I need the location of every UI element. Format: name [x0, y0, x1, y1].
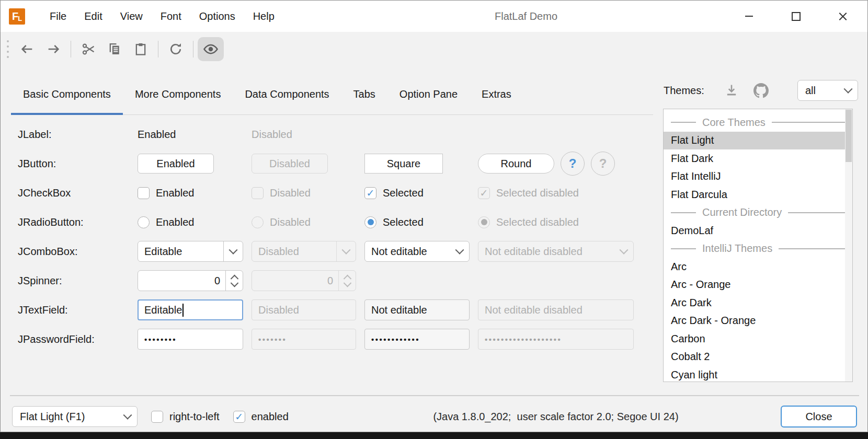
- theme-item-arc-dark[interactable]: Arc Dark: [664, 294, 852, 312]
- minimize-button[interactable]: [725, 1, 772, 32]
- window-controls: [725, 1, 866, 32]
- laf-combobox[interactable]: Flat Light (F1): [12, 406, 138, 427]
- label-disabled: Disabled: [252, 129, 292, 141]
- maximize-button[interactable]: [772, 1, 819, 32]
- cut-button[interactable]: [75, 37, 101, 61]
- back-button[interactable]: [14, 37, 40, 61]
- tab-extras[interactable]: Extras: [470, 74, 523, 114]
- tab-basic-components[interactable]: Basic Components: [11, 74, 123, 114]
- refresh-button[interactable]: [163, 37, 189, 61]
- checkbox-icon: [138, 187, 150, 199]
- check-icon: ✓: [235, 412, 243, 422]
- passwordfield-disabled: •••••••: [252, 329, 356, 350]
- combobox-arrow-button[interactable]: [118, 407, 137, 426]
- passwordfield-editable[interactable]: ••••••••: [138, 329, 243, 350]
- textfield-value: Not editable: [371, 304, 427, 316]
- tab-data-components[interactable]: Data Components: [233, 74, 341, 114]
- github-button[interactable]: [753, 83, 769, 98]
- theme-item-flat-intellij[interactable]: Flat IntelliJ: [664, 168, 852, 186]
- laf-combobox-value: Flat Light (F1): [20, 411, 85, 423]
- download-themes-button[interactable]: [724, 83, 739, 98]
- theme-item-flat-light[interactable]: Flat Light: [664, 132, 852, 150]
- checkbox-selected[interactable]: ✓ Selected: [364, 187, 470, 199]
- checkbox-enabled[interactable]: Enabled: [138, 187, 243, 199]
- theme-item-arc-orange[interactable]: Arc - Orange: [664, 276, 852, 294]
- eye-icon: [203, 41, 219, 57]
- combobox-not-editable[interactable]: Not editable: [364, 241, 470, 262]
- app-window: F L File Edit View Font Options Help Fla…: [0, 0, 868, 432]
- combobox-arrow-button[interactable]: [839, 80, 858, 100]
- checkbox-icon: [151, 411, 163, 423]
- copy-icon: [107, 42, 122, 56]
- menu-options[interactable]: Options: [190, 1, 244, 32]
- themes-filter-combobox[interactable]: all: [797, 80, 858, 101]
- theme-item-arc[interactable]: Arc: [664, 258, 852, 276]
- jtextfield-row-label: JTextField:: [18, 304, 138, 316]
- jbutton-row-label: JButton:: [18, 158, 138, 170]
- close-button[interactable]: Close: [781, 406, 857, 428]
- square-button[interactable]: Square: [364, 154, 443, 174]
- jtextfield-row: JTextField: Editable Disabled Not editab…: [18, 295, 642, 325]
- app-logo-icon: F L: [9, 8, 25, 25]
- radio-disabled: Disabled: [252, 216, 356, 228]
- themes-scrollbar[interactable]: [845, 109, 852, 382]
- disabled-button: Disabled: [252, 154, 328, 174]
- theme-item-flat-darcula[interactable]: Flat Darcula: [664, 186, 852, 204]
- spinner-buttons[interactable]: [225, 271, 243, 291]
- maximize-icon: [792, 12, 801, 21]
- theme-item-flat-dark[interactable]: Flat Dark: [664, 149, 852, 168]
- textfield-editable[interactable]: Editable: [138, 299, 243, 320]
- menu-font[interactable]: Font: [152, 1, 190, 32]
- theme-item-cyan-light[interactable]: Cyan light: [664, 366, 852, 382]
- menu-view[interactable]: View: [111, 1, 152, 32]
- chevron-down-icon: [123, 411, 132, 420]
- show-hide-toggle-button[interactable]: [198, 37, 224, 61]
- checkbox-checked-icon: ✓: [478, 187, 490, 199]
- theme-item-cobalt-2[interactable]: Cobalt 2: [664, 348, 852, 366]
- download-icon: [724, 83, 739, 98]
- list-separator-current-directory: Current Directory: [664, 204, 852, 222]
- tab-tabs[interactable]: Tabs: [341, 74, 387, 114]
- scrollbar-thumb[interactable]: [846, 110, 852, 162]
- status-text: (Java 1.8.0_202; user scale factor 2.0; …: [394, 411, 718, 423]
- chevron-down-icon: [844, 85, 853, 94]
- menu-edit[interactable]: Edit: [75, 1, 111, 32]
- menu-file[interactable]: File: [41, 1, 75, 32]
- spinner-value[interactable]: 0: [138, 271, 225, 291]
- theme-item-arc-dark-orange[interactable]: Arc Dark - Orange: [664, 312, 852, 330]
- chevron-down-icon: [229, 246, 238, 255]
- enabled-checkbox[interactable]: ✓ enabled: [233, 411, 289, 423]
- forward-button[interactable]: [40, 37, 66, 61]
- radio-enabled[interactable]: Enabled: [138, 216, 243, 228]
- enabled-button[interactable]: Enabled: [138, 154, 214, 174]
- right-to-left-checkbox[interactable]: right-to-left: [151, 411, 220, 423]
- tab-more-components[interactable]: More Components: [123, 74, 233, 114]
- theme-item-demolaf[interactable]: DemoLaf: [664, 222, 852, 240]
- toolbar-separator: [158, 41, 158, 57]
- tab-bar: Basic Components More Components Data Co…: [11, 74, 653, 115]
- combobox-value: Editable: [144, 246, 182, 258]
- spinner-enabled[interactable]: 0: [138, 270, 243, 291]
- radio-selected[interactable]: Selected: [364, 216, 470, 228]
- menu-help[interactable]: Help: [244, 1, 283, 32]
- copy-button[interactable]: [101, 37, 128, 61]
- combobox-arrow-button[interactable]: [223, 241, 243, 261]
- passwordfield-not-editable[interactable]: ••••••••••••: [364, 329, 470, 350]
- help-button[interactable]: ?: [561, 152, 585, 176]
- textfield-value: Editable: [144, 304, 182, 316]
- tab-option-pane[interactable]: Option Pane: [387, 74, 470, 114]
- combobox-editable[interactable]: Editable: [138, 241, 243, 262]
- theme-item-carbon[interactable]: Carbon: [664, 330, 852, 348]
- round-button[interactable]: Round: [478, 154, 554, 174]
- close-icon: [839, 12, 847, 20]
- paste-button[interactable]: [128, 37, 154, 61]
- jcheckbox-row-label: JCheckBox: [18, 187, 138, 199]
- combobox-arrow-button[interactable]: [450, 241, 469, 261]
- close-window-button[interactable]: [819, 1, 866, 32]
- jpasswordfield-row-label: JPasswordField:: [18, 333, 138, 345]
- forward-arrow-icon: [46, 42, 61, 56]
- radio-label: Selected disabled: [496, 216, 579, 228]
- toolbar-grip-handle[interactable]: [7, 40, 9, 58]
- textfield-not-editable[interactable]: Not editable: [364, 299, 470, 320]
- themes-list: Core Themes Flat Light Flat Dark Flat In…: [663, 109, 853, 382]
